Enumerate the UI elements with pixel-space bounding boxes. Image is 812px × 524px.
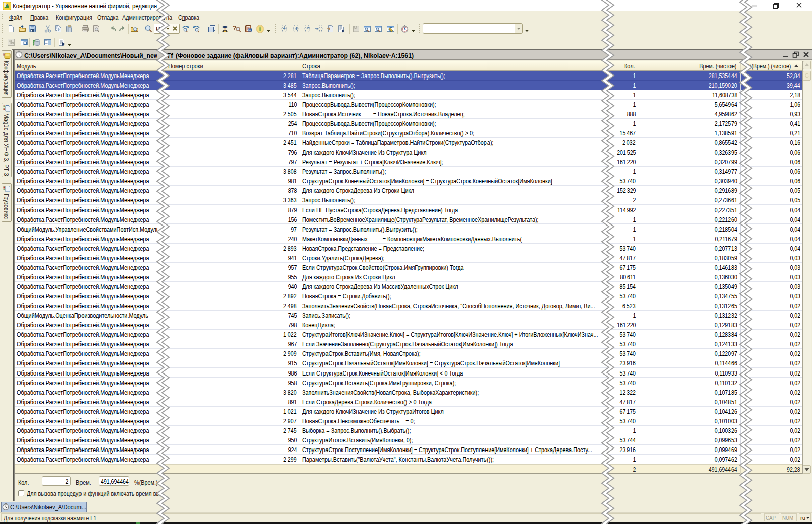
svg-text:?: ? — [233, 25, 236, 32]
